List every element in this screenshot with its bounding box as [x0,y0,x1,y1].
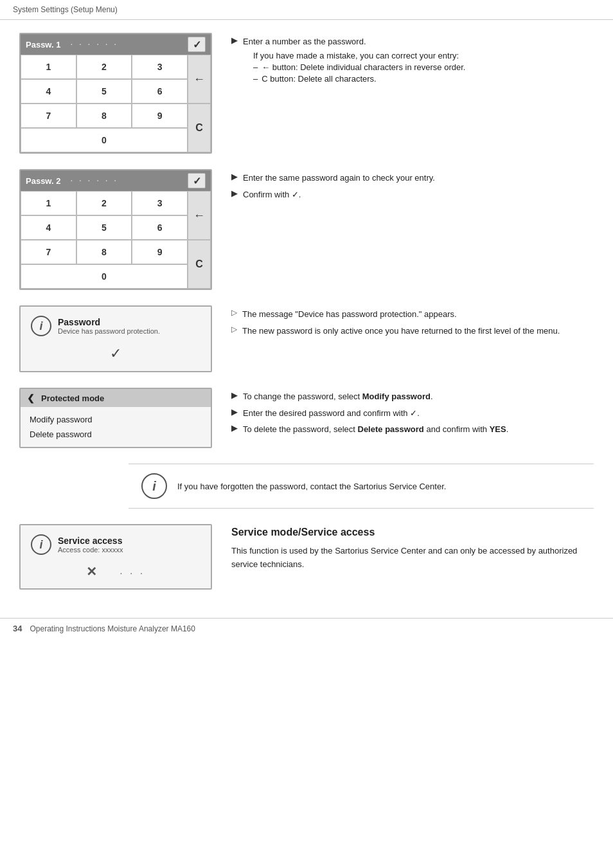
service-description-col: Service mode/Service access This functio… [231,524,594,572]
key1-1[interactable]: 1 [21,55,76,79]
keypad1-header: Passw. 1 · · · · · · ✓ [21,34,211,55]
key1-3[interactable]: 3 [132,55,188,79]
keypad2: Passw. 2 · · · · · · ✓ 1 2 3 ← 4 5 6 7 8… [19,169,212,290]
sub-bullet-1: – ← button: Delete individual characters… [253,62,465,72]
key1-6[interactable]: 6 [132,79,188,104]
dash-icon-1: – [253,62,258,72]
back-arrow-icon[interactable]: ❮ [27,393,35,403]
menu-item-modify-password[interactable]: Modify password [30,412,202,427]
keypad1-dots: · · · · · · [71,41,188,48]
instruction1-text1: Enter a number as the password. [243,37,366,46]
row-keypad1: Passw. 1 · · · · · · ✓ 1 2 3 ← 4 5 6 7 8… [19,33,594,154]
key2-5[interactable]: 5 [76,215,132,240]
protected-mode-header: ❮ Protected mode [21,389,211,407]
row-password-box: i Password Device has password protectio… [19,305,594,372]
header-title: System Settings (Setup Menu) [13,5,118,14]
page-number: 34 [13,624,22,633]
main-content: Passw. 1 · · · · · · ✓ 1 2 3 ← 4 5 6 7 8… [0,20,613,618]
protected-bullet1: ▶ To change the password, select Modify … [231,390,594,403]
instruction2-text2: Confirm with ✓. [243,188,301,201]
arrow-icon-2: ▶ [231,172,238,181]
arrow-icon-6: ▶ [231,423,238,433]
key1-7[interactable]: 7 [21,104,76,128]
key2-8[interactable]: 8 [76,240,132,264]
service-section-title: Service mode/Service access [231,527,594,538]
sub-bullet-2: – C button: Delete all characters. [253,74,465,84]
keypad2-label: Passw. 2 [26,176,71,186]
protected-mode-label: Protected mode [41,393,104,403]
info-note-bar: i If you have forgotten the password, co… [129,464,594,509]
row-protected-mode: ❮ Protected mode Modify password Delete … [19,388,594,448]
key1-5[interactable]: 5 [76,79,132,104]
instruction1-bullet1: ▶ Enter a number as the password. If you… [231,35,594,86]
password-box-header: i Password Device has password protectio… [31,316,200,336]
password-box-container: i Password Device has password protectio… [19,305,212,372]
sub-text-1: ← button: Delete individual characters i… [262,62,465,72]
footer-text: Operating Instructions Moisture Analyzer… [30,624,195,633]
instructions2: ▶ Enter the same password again to check… [231,169,594,204]
keypad1-confirm-button[interactable]: ✓ [188,37,206,52]
key2-2[interactable]: 2 [76,191,132,215]
key1-8[interactable]: 8 [76,104,132,128]
key1-c[interactable]: C [188,104,211,152]
info-note-icon: i [141,473,167,499]
key1-backspace[interactable]: ← [188,55,211,104]
instruction2-text1: Enter the same password again to check y… [243,172,435,185]
tri-icon-2: ▷ [231,325,237,334]
key2-1[interactable]: 1 [21,191,76,215]
password-info-box: i Password Device has password protectio… [19,305,212,372]
key2-backspace[interactable]: ← [188,191,211,240]
page-header: System Settings (Setup Menu) [0,0,613,20]
password-box-subtitle: Device has password protection. [58,327,160,335]
arrow-icon-5: ▶ [231,407,238,417]
page-footer: 34 Operating Instructions Moisture Analy… [0,618,613,638]
password-tri1: ▷ The message "Device has password prote… [231,308,594,321]
service-box-titles: Service access Access code: xxxxxx [58,536,123,554]
instruction1-sub-intro: If you have made a mistake, you can corr… [253,51,465,60]
service-box-subtitle: Access code: xxxxxx [58,546,123,554]
protected-bullet2: ▶ Enter the desired password and confirm… [231,407,594,420]
password-check-symbol: ✓ [110,345,121,361]
tri-icon-1: ▷ [231,308,237,317]
service-box-footer: ✕ · · · [31,564,200,579]
protected-bullet3: ▶ To delete the password, select Delete … [231,423,594,436]
protected-instructions: ▶ To change the password, select Modify … [231,388,594,440]
menu-item-delete-password[interactable]: Delete password [30,427,202,442]
key2-0[interactable]: 0 [21,264,188,289]
password-box-titles: Password Device has password protection. [58,317,160,335]
dash-icon-2: – [253,74,258,84]
service-section-description: This function is used by the Sartorius S… [231,545,594,572]
keypad1-widget: Passw. 1 · · · · · · ✓ 1 2 3 ← 4 5 6 7 8… [19,33,212,154]
key1-2[interactable]: 2 [76,55,132,79]
service-x-button[interactable]: ✕ [86,564,97,579]
key2-4[interactable]: 4 [21,215,76,240]
sub-text-2: C button: Delete all characters. [262,74,376,84]
key1-4[interactable]: 4 [21,79,76,104]
key2-9[interactable]: 9 [132,240,188,264]
service-box-title: Service access [58,536,123,546]
keypad2-grid: 1 2 3 ← 4 5 6 7 8 9 C 0 [21,191,211,289]
arrow-icon-4: ▶ [231,390,238,400]
protected-text1: To change the password, select Modify pa… [243,390,433,403]
keypad1-grid: 1 2 3 ← 4 5 6 7 8 9 C 0 [21,55,211,152]
instruction2-bullet2: ▶ Confirm with ✓. [231,188,594,201]
arrow-icon-1: ▶ [231,35,238,45]
key1-0[interactable]: 0 [21,128,188,152]
row-keypad2: Passw. 2 · · · · · · ✓ 1 2 3 ← 4 5 6 7 8… [19,169,594,290]
key2-3[interactable]: 3 [132,191,188,215]
service-info-icon: i [31,534,51,555]
service-dots-button[interactable]: · · · [120,568,145,578]
key2-c[interactable]: C [188,240,211,289]
password-tri2-text: The new password is only active once you… [242,325,560,338]
service-info-box: i Service access Access code: xxxxxx ✕ ·… [19,524,212,590]
key2-6[interactable]: 6 [132,215,188,240]
keypad2-confirm-button[interactable]: ✓ [188,173,206,188]
key1-9[interactable]: 9 [132,104,188,128]
instructions1: ▶ Enter a number as the password. If you… [231,33,594,89]
password-info-icon: i [31,316,51,336]
protected-mode-items: Modify password Delete password [21,407,211,447]
protected-mode-menu: ❮ Protected mode Modify password Delete … [19,388,212,448]
arrow-icon-3: ▶ [231,188,238,198]
row-service: i Service access Access code: xxxxxx ✕ ·… [19,524,594,590]
key2-7[interactable]: 7 [21,240,76,264]
